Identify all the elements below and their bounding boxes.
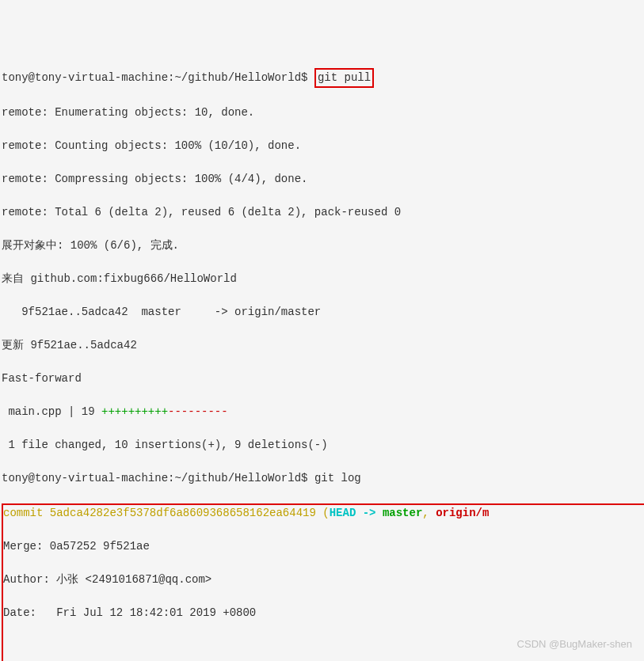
branch-ref: master: [383, 507, 422, 519]
output-line: remote: Total 6 (delta 2), reused 6 (del…: [2, 204, 644, 221]
watermark: CSDN @BugMaker-shen: [517, 636, 632, 652]
shell-prompt: tony@tony-virtual-machine:~/github/Hello…: [2, 472, 314, 484]
author-line: Author: 小张 <2491016871@qq.com>: [3, 572, 644, 588]
terminal-line: tony@tony-virtual-machine:~/github/Hello…: [2, 470, 644, 487]
git-log-command: git log: [314, 472, 361, 484]
output-line: 展开对象中: 100% (6/6), 完成.: [2, 237, 644, 254]
commit-hash: 5adca4282e3f5378df6a8609368658162ea64419: [50, 507, 316, 519]
head-ref: HEAD ->: [330, 507, 383, 519]
output-line: remote: Enumerating objects: 10, done.: [2, 104, 644, 121]
output-line: 9f521ae..5adca42 master -> origin/master: [2, 304, 644, 321]
commit-line: commit 5adca4282e3f5378df6a8609368658162…: [3, 505, 644, 522]
deletions-icon: ---------: [168, 405, 228, 418]
remote-ref: origin/m: [436, 507, 489, 519]
output-line: 1 file changed, 10 insertions(+), 9 dele…: [2, 437, 644, 454]
date-line: Date: Fri Jul 12 18:42:01 2019 +0800: [3, 605, 644, 621]
output-line: remote: Counting objects: 100% (10/10), …: [2, 138, 644, 154]
shell-prompt: tony@tony-virtual-machine:~/github/Hello…: [2, 71, 314, 84]
output-line: 更新 9f521ae..5adca42: [2, 337, 644, 354]
output-line: Fast-forward: [2, 370, 644, 387]
insertions-icon: ++++++++++: [101, 405, 168, 418]
diffstat-line: main.cpp | 19 ++++++++++---------: [2, 404, 644, 420]
output-line: remote: Compressing objects: 100% (4/4),…: [2, 171, 644, 188]
terminal-line: tony@tony-virtual-machine:~/github/Hello…: [2, 68, 644, 88]
merge-line: Merge: 0a57252 9f521ae: [3, 538, 644, 555]
git-pull-command: git pull: [314, 68, 374, 88]
output-line: 来自 github.com:fixbug666/HelloWorld: [2, 271, 644, 287]
